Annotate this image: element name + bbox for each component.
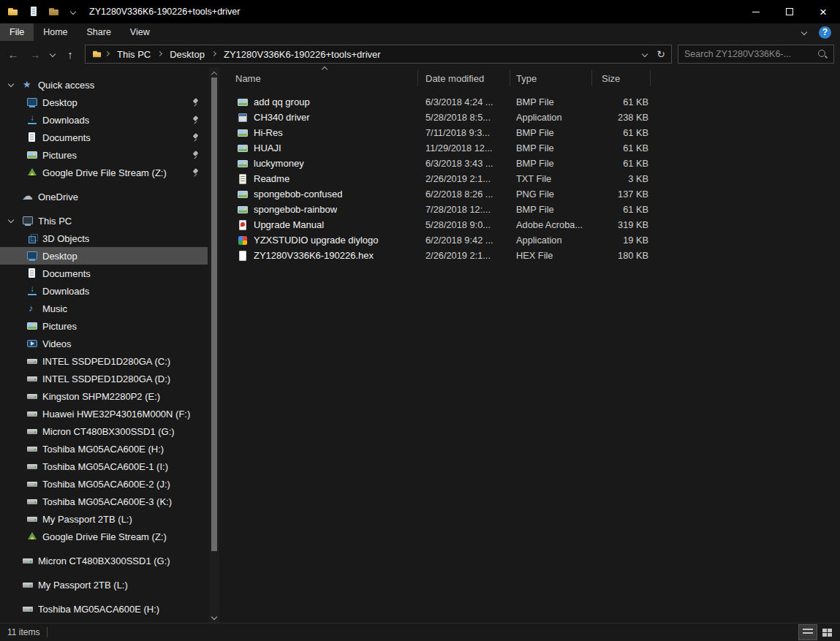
sidebar-item[interactable]: Micron CT480BX300SSD1 (G:) bbox=[0, 552, 208, 569]
sidebar-item[interactable]: Pictures bbox=[0, 146, 208, 164]
search-input[interactable] bbox=[684, 49, 817, 59]
ribbon-tab[interactable]: Home bbox=[34, 23, 77, 41]
sidebar-item[interactable]: Toshiba MG05ACA600E-3 (K:) bbox=[0, 493, 208, 510]
expander-chevron-icon[interactable] bbox=[6, 191, 18, 202]
sidebar-item[interactable]: 3D Objects bbox=[0, 230, 208, 247]
sidebar-item[interactable]: Desktop bbox=[0, 94, 208, 111]
sidebar-item[interactable]: My Passport 2TB (L:) bbox=[0, 576, 208, 593]
sidebar-item[interactable]: Quick access bbox=[0, 76, 208, 94]
file-type-icon bbox=[237, 127, 249, 139]
sidebar-item[interactable]: Micron CT480BX300SSD1 (G:) bbox=[0, 422, 208, 440]
file-row[interactable]: ZY1280V336K6-190226.hex 2/26/2019 2:1...… bbox=[219, 248, 840, 263]
file-row[interactable]: HUAJI 11/29/2018 12... BMP File 61 KB bbox=[219, 140, 840, 156]
sidebar-item-icon bbox=[22, 79, 34, 91]
sidebar-item-icon bbox=[26, 443, 38, 455]
address-history-caret-icon[interactable] bbox=[640, 50, 649, 58]
file-row[interactable]: spongebob-rainbow 7/28/2018 12:... BMP F… bbox=[219, 202, 840, 217]
sidebar-item[interactable]: Toshiba MG05ACA600E-1 (I:) bbox=[0, 458, 208, 475]
explorer-window: ZY1280V336K6-190226+tools+driver File Ho… bbox=[0, 0, 840, 641]
file-type: BMP File bbox=[510, 143, 592, 153]
sidebar-item[interactable]: Downloads bbox=[0, 282, 208, 300]
qat-new-folder-icon[interactable] bbox=[48, 6, 60, 18]
sidebar-item[interactable]: Kingston SHPM2280P2 (E:) bbox=[0, 387, 208, 405]
pin-icon bbox=[192, 115, 200, 125]
sidebar-item[interactable]: Google Drive File Stream (Z:) bbox=[0, 164, 208, 181]
details-view-button[interactable] bbox=[799, 625, 817, 640]
help-icon[interactable] bbox=[819, 26, 831, 39]
sidebar-item[interactable]: Huawei HWE32P43016M000N (F:) bbox=[0, 405, 208, 422]
address-bar[interactable]: This PC Desktop ZY1280V336K6-190226+tool… bbox=[85, 45, 672, 64]
file-size: 61 KB bbox=[592, 127, 651, 138]
sidebar-item-label: INTEL SSDPED1D280GA (C:) bbox=[42, 356, 170, 367]
sidebar-item[interactable]: My Passport 2TB (L:) bbox=[0, 510, 208, 528]
sidebar-item[interactable]: Documents bbox=[0, 265, 208, 282]
column-header-size[interactable]: Size bbox=[592, 70, 651, 86]
scroll-down-arrow-icon[interactable] bbox=[210, 612, 219, 621]
column-header-name[interactable]: Name bbox=[227, 70, 418, 86]
sidebar-item[interactable]: Toshiba MG05ACA600E (H:) bbox=[0, 440, 208, 458]
sidebar-item[interactable]: Toshiba MG05ACA600E (H:) bbox=[0, 600, 208, 618]
file-row[interactable]: luckymoney 6/3/2018 3:43 ... BMP File 61… bbox=[219, 156, 840, 171]
breadcrumb-item[interactable]: ZY1280V336K6-190226+tools+driver bbox=[210, 49, 386, 60]
items-count: 11 items bbox=[7, 627, 39, 637]
search-icon[interactable] bbox=[817, 49, 828, 59]
file-row[interactable]: add qq group 6/3/2018 4:24 ... BMP File … bbox=[219, 94, 840, 110]
close-button[interactable] bbox=[806, 0, 840, 23]
sidebar-item[interactable]: Toshiba MG05ACA600E-2 (J:) bbox=[0, 475, 208, 493]
qat-customize-caret-icon[interactable] bbox=[69, 7, 77, 16]
expander-chevron-icon[interactable] bbox=[6, 579, 18, 591]
ribbon-tab[interactable]: Share bbox=[77, 23, 121, 41]
minimize-button[interactable] bbox=[739, 0, 773, 23]
breadcrumb-item[interactable]: This PC bbox=[103, 49, 156, 60]
search-box[interactable] bbox=[678, 45, 834, 64]
sidebar-item[interactable]: Music bbox=[0, 300, 208, 317]
refresh-button[interactable] bbox=[654, 47, 668, 61]
file-type: Application bbox=[510, 235, 592, 246]
file-row[interactable]: Hi-Res 7/11/2018 9:3... BMP File 61 KB bbox=[219, 125, 840, 140]
sidebar-item[interactable]: INTEL SSDPED1D280GA (C:) bbox=[0, 352, 208, 370]
sidebar-item[interactable]: Downloads bbox=[0, 111, 208, 129]
maximize-button[interactable] bbox=[773, 0, 806, 23]
sidebar-item[interactable]: Desktop bbox=[0, 247, 208, 265]
sidebar-item[interactable]: Documents bbox=[0, 129, 208, 146]
sidebar-item[interactable]: OneDrive bbox=[0, 188, 208, 205]
file-row[interactable]: CH340 driver 5/28/2018 8:5... Applicatio… bbox=[219, 110, 840, 125]
file-row[interactable]: Readme 2/26/2019 2:1... TXT File 3 KB bbox=[219, 171, 840, 186]
up-button[interactable] bbox=[60, 44, 80, 64]
qat-properties-icon[interactable] bbox=[28, 6, 39, 18]
recent-locations-button[interactable] bbox=[47, 44, 58, 64]
forward-button[interactable] bbox=[25, 44, 45, 64]
expander-chevron-icon[interactable] bbox=[6, 603, 18, 615]
file-type: BMP File bbox=[510, 204, 592, 215]
sidebar-item[interactable]: Pictures bbox=[0, 317, 208, 335]
file-name-cell: spongebob-confused bbox=[227, 189, 418, 200]
file-date-modified: 6/3/2018 3:43 ... bbox=[418, 158, 510, 169]
sidebar-scrollbar-thumb[interactable] bbox=[211, 77, 217, 551]
breadcrumb-item[interactable]: Desktop bbox=[156, 49, 210, 60]
ribbon-tab[interactable]: View bbox=[121, 23, 159, 41]
expander-chevron-icon[interactable] bbox=[6, 215, 18, 227]
breadcrumb-item-label: ZY1280V336K6-190226+tools+driver bbox=[219, 49, 386, 60]
file-date-modified: 6/2/2018 8:26 ... bbox=[418, 189, 510, 200]
sidebar-scrollbar[interactable] bbox=[209, 67, 219, 623]
column-header-type[interactable]: Type bbox=[510, 70, 592, 86]
back-button[interactable] bbox=[3, 44, 23, 64]
expander-chevron-icon[interactable] bbox=[6, 79, 18, 91]
file-row[interactable]: YZXSTUDIO upgrade diylogo 6/2/2018 9:42 … bbox=[219, 232, 840, 248]
window-title: ZY1280V336K6-190226+tools+driver bbox=[89, 7, 240, 17]
sidebar-item[interactable]: Videos bbox=[0, 335, 208, 352]
sidebar-item[interactable]: Google Drive File Stream (Z:) bbox=[0, 528, 208, 545]
ribbon-tab[interactable]: File bbox=[0, 23, 34, 41]
sidebar-item[interactable]: This PC bbox=[0, 212, 208, 230]
thumbnails-view-button[interactable] bbox=[818, 625, 836, 640]
scroll-up-arrow-icon[interactable] bbox=[210, 69, 219, 77]
expander-chevron-icon[interactable] bbox=[6, 555, 18, 566]
column-header-date-modified[interactable]: Date modified bbox=[418, 70, 510, 86]
file-size: 3 KB bbox=[592, 173, 651, 184]
file-row[interactable]: Upgrade Manual 5/28/2018 9:0... Adobe Ac… bbox=[219, 217, 840, 232]
file-row[interactable]: spongebob-confused 6/2/2018 8:26 ... PNG… bbox=[219, 186, 840, 202]
sidebar-item[interactable]: INTEL SSDPED1D280GA (D:) bbox=[0, 370, 208, 387]
expand-ribbon-chevron-icon[interactable] bbox=[800, 28, 809, 37]
address-bar-row: This PC Desktop ZY1280V336K6-190226+tool… bbox=[0, 41, 840, 67]
breadcrumb-separator-icon bbox=[156, 50, 164, 58]
